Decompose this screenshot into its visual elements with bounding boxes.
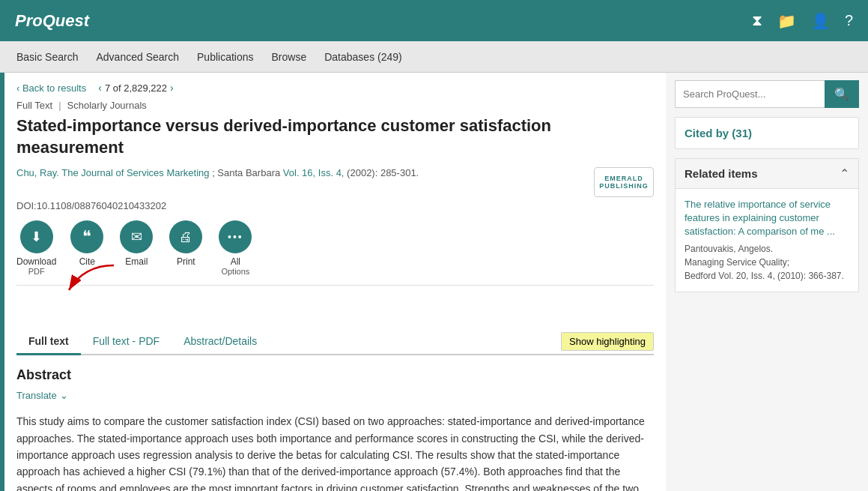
history-icon[interactable]: ⧗ — [752, 12, 762, 29]
download-pdf-button[interactable]: ⬇ Download PDF — [16, 220, 56, 276]
search-input[interactable] — [675, 80, 825, 108]
related-item-author: Pantouvakis, Angelos. — [685, 244, 773, 254]
tab-abstract-details[interactable]: Abstract/Details — [172, 329, 269, 355]
cited-by-box: Cited by (31) — [675, 117, 859, 149]
document-title: Stated-importance versus derived-importa… — [16, 115, 654, 158]
translate-link[interactable]: Translate ⌄ — [16, 390, 68, 401]
download-label: Download — [16, 256, 56, 267]
doi-row: DOI:10.1108/08876040210433202 — [16, 200, 654, 211]
related-items-header: Related items ⌃ — [676, 159, 858, 189]
nav-advanced-search[interactable]: Advanced Search — [87, 41, 188, 73]
all-options-icon: ••• — [219, 220, 252, 253]
all-options-sublabel: Options — [221, 267, 249, 276]
help-icon[interactable]: ? — [845, 12, 853, 29]
top-left: Stated-importance versus derived-importa… — [16, 115, 654, 220]
nav-basic-search[interactable]: Basic Search — [7, 41, 87, 73]
doc-category-label: Scholarly Journals — [67, 100, 147, 111]
print-icon: 🖨 — [169, 220, 202, 253]
related-items-content: The relative importance of service featu… — [676, 189, 858, 292]
tab-full-text[interactable]: Full text — [16, 329, 81, 355]
related-items-box: Related items ⌃ The relative importance … — [675, 158, 859, 292]
cite-button[interactable]: ❝ Cite — [68, 220, 106, 267]
year-pages: (2002): 285-301. — [347, 167, 419, 178]
doc-type-separator: | — [58, 100, 61, 111]
top-section: Stated-importance versus derived-importa… — [16, 115, 654, 220]
author-link[interactable]: Chu, Ray. — [16, 167, 59, 178]
logo: ProQuest — [15, 11, 89, 31]
download-pdf-icon: ⬇ — [20, 220, 53, 253]
header-icons: ⧗ 📁 👤 ? — [752, 12, 853, 30]
breadcrumb-row: ‹ Back to results ‹ 7 of 2,829,222 › — [16, 82, 654, 94]
email-icon: ✉ — [120, 220, 153, 253]
translate-chevron-icon: ⌄ — [60, 390, 68, 401]
print-label: Print — [177, 256, 195, 267]
prev-result-arrow[interactable]: ‹ — [98, 82, 102, 94]
navigation: Basic Search Advanced Search Publication… — [0, 41, 868, 73]
page-counter: ‹ 7 of 2,829,222 › — [98, 82, 173, 94]
volume-link[interactable]: Vol. 16, Iss. 4, — [283, 167, 345, 178]
next-result-arrow[interactable]: › — [170, 82, 174, 94]
related-item-location-vol: Bedford Vol. 20, Iss. 4, — [685, 271, 775, 281]
cite-label: Cite — [79, 256, 95, 267]
print-button[interactable]: 🖨 Print — [167, 220, 204, 267]
abstract-section: Abstract Translate ⌄ This study aims to … — [16, 355, 654, 491]
author-journal-info: Chu, Ray. The Journal of Services Market… — [16, 167, 419, 178]
nav-publications[interactable]: Publications — [188, 41, 263, 73]
nav-browse[interactable]: Browse — [263, 41, 316, 73]
user-icon[interactable]: 👤 — [811, 12, 830, 30]
email-label: Email — [125, 256, 148, 267]
back-to-results-link[interactable]: ‹ Back to results — [16, 82, 86, 94]
actions-row: ⬇ Download PDF ❝ Cite ✉ Email 🖨 Print ••… — [16, 220, 654, 276]
all-options-button[interactable]: ••• All Options — [216, 220, 254, 276]
sidebar-search: 🔍 — [675, 80, 859, 108]
related-item-link[interactable]: The relative importance of service featu… — [685, 199, 835, 237]
author-row: Chu, Ray. The Journal of Services Market… — [16, 167, 654, 197]
email-button[interactable]: ✉ Email — [118, 220, 155, 267]
abstract-title: Abstract — [16, 367, 654, 383]
doc-type-label: Full Text — [16, 100, 52, 111]
journal-link[interactable]: The Journal of Services Marketing — [61, 167, 209, 178]
publisher-logo: emerald PUBLISHING — [594, 167, 654, 197]
content-area: ‹ Back to results ‹ 7 of 2,829,222 › Ful… — [4, 73, 666, 491]
related-items-title: Related items — [685, 167, 758, 180]
search-button[interactable]: 🔍 — [825, 80, 859, 108]
related-item-journal: Managing Service Quality; — [685, 257, 789, 268]
right-sidebar: 🔍 Cited by (31) Related items ⌃ The rela… — [666, 73, 868, 491]
tabs-container: Full text Full text - PDF Abstract/Detai… — [16, 292, 654, 355]
doi-value: DOI:10.1108/08876040210433202 — [16, 200, 166, 211]
cited-by-link[interactable]: Cited by (31) — [685, 127, 752, 139]
abstract-text: This study aims to compare the customer … — [16, 413, 654, 491]
download-sublabel: PDF — [28, 267, 45, 276]
tab-full-text-pdf[interactable]: Full text - PDF — [81, 329, 172, 355]
page-body: ‹ Back to results ‹ 7 of 2,829,222 › Ful… — [0, 73, 868, 491]
folder-icon[interactable]: 📁 — [777, 12, 796, 30]
location-value: Santa Barbara — [217, 167, 280, 178]
search-icon: 🔍 — [834, 88, 849, 100]
doc-type-row: Full Text | Scholarly Journals — [16, 100, 654, 111]
nav-databases[interactable]: Databases (249) — [315, 41, 411, 73]
related-items-collapse-icon[interactable]: ⌃ — [840, 166, 849, 181]
related-item-meta: Pantouvakis, Angelos. Managing Service Q… — [685, 242, 849, 283]
related-item-year-pages: (2010): 366-387. — [777, 271, 844, 281]
header: ProQuest ⧗ 📁 👤 ? — [0, 0, 868, 41]
cite-icon: ❝ — [70, 220, 103, 253]
divider — [16, 285, 654, 286]
all-options-label: All — [231, 256, 240, 267]
tabs-row: Full text Full text - PDF Abstract/Detai… — [16, 329, 654, 355]
show-highlighting-button[interactable]: Show highlighting — [561, 332, 654, 351]
